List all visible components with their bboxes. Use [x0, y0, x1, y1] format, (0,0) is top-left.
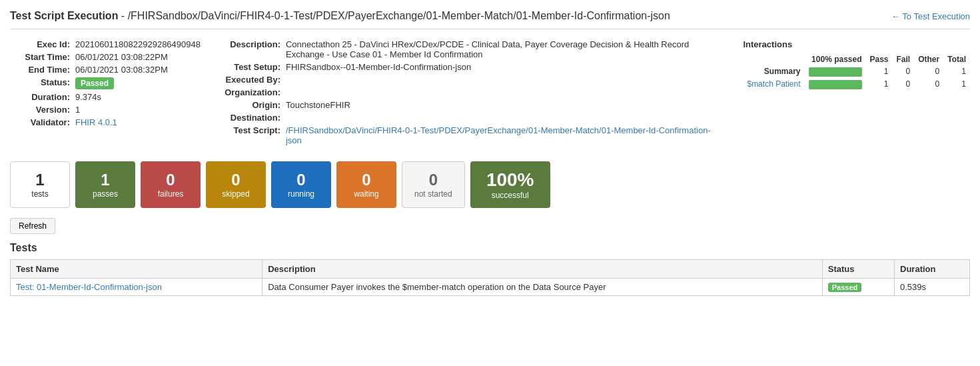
interactions-cell-total: 1	[943, 78, 970, 91]
test-setup-value: FHIRSandbox--01-Member-Id-Confirmation-j…	[286, 62, 471, 72]
col-pass: Pass	[866, 53, 893, 65]
interactions-section: Interactions 100% passed Pass Fail Other…	[743, 39, 970, 148]
page-header: Test Script Execution - /FHIRSandbox/DaV…	[10, 10, 970, 29]
version-row: Version: 1	[10, 105, 201, 115]
success-pct: 100%	[486, 169, 534, 191]
interactions-cell-total: 1	[943, 65, 970, 78]
interactions-cell-other: 0	[914, 78, 943, 91]
col-fail: Fail	[893, 53, 915, 65]
interactions-row-link[interactable]: $match Patient	[747, 79, 800, 89]
duration-row: Duration: 9.374s	[10, 92, 201, 102]
test-script-row: Test Script: /FHIRSandbox/DaVinci/FHIR4-…	[221, 125, 723, 145]
end-time-row: End Time: 06/01/2021 03:08:32PM	[10, 65, 201, 75]
failures-label: failures	[158, 189, 184, 199]
refresh-button[interactable]: Refresh	[10, 218, 55, 234]
version-value: 1	[75, 105, 80, 115]
waiting-count: 0	[362, 171, 370, 189]
not-started-label: not started	[414, 189, 452, 199]
stat-waiting: 0 waiting	[336, 161, 396, 208]
validator-label: Validator:	[10, 117, 70, 127]
stat-tests: 1 tests	[10, 161, 70, 208]
start-time-label: Start Time:	[10, 52, 70, 62]
exec-id-label: Exec Id:	[10, 39, 70, 49]
status-badge: Passed	[75, 77, 114, 89]
interactions-cell-fail: 0	[893, 78, 915, 91]
interactions-table: 100% passed Pass Fail Other Total Summar…	[743, 53, 970, 91]
col-duration: Duration	[895, 260, 970, 279]
col-test-name: Test Name	[11, 260, 262, 279]
exec-id-value: 20210601180822929286490948	[75, 39, 201, 49]
test-script-label: Test Script:	[221, 125, 280, 145]
passes-label: passes	[93, 189, 118, 199]
status-label: Status:	[10, 77, 70, 89]
back-link[interactable]: To Test Execution	[891, 11, 970, 21]
destination-row: Destination:	[221, 113, 723, 123]
version-label: Version:	[10, 105, 70, 115]
origin-value: TouchstoneFHIR	[286, 100, 350, 110]
col-status: Status	[822, 260, 894, 279]
failures-count: 0	[166, 171, 175, 189]
start-time-row: Start Time: 06/01/2021 03:08:22PM	[10, 52, 201, 62]
start-time-value: 06/01/2021 03:08:22PM	[75, 52, 168, 62]
destination-label: Destination:	[221, 113, 280, 123]
col-passed: 100% passed	[805, 53, 866, 65]
test-name-link[interactable]: Test: 01-Member-Id-Confirmation-json	[16, 282, 162, 292]
meta-center: Description: Connectathon 25 - DaVinci H…	[221, 39, 723, 148]
page-title: Test Script Execution - /FHIRSandbox/DaV…	[10, 10, 670, 22]
interactions-cell-pass: 1	[866, 78, 893, 91]
interactions-title: Interactions	[743, 39, 970, 49]
origin-label: Origin:	[221, 100, 280, 110]
interactions-cell-other: 0	[914, 65, 943, 78]
tests-heading: Tests	[10, 242, 970, 254]
description-label: Description:	[221, 39, 280, 59]
validator-link[interactable]: FHIR 4.0.1	[75, 117, 117, 127]
test-setup-row: Test Setup: FHIRSandbox--01-Member-Id-Co…	[221, 62, 723, 72]
tests-table-header-row: Test Name Description Status Duration	[11, 260, 970, 279]
tests-table: Test Name Description Status Duration Te…	[10, 259, 970, 296]
not-started-count: 0	[429, 171, 438, 189]
meta-left: Exec Id: 20210601180822929286490948 Star…	[10, 39, 201, 148]
organization-label: Organization:	[221, 87, 280, 97]
col-other: Other	[914, 53, 943, 65]
status-badge-text: Passed	[75, 77, 114, 89]
tests-label: tests	[31, 189, 48, 199]
passes-count: 1	[101, 171, 109, 189]
tests-count: 1	[35, 171, 44, 189]
end-time-value: 06/01/2021 03:08:32PM	[75, 65, 168, 75]
stat-failures: 0 failures	[141, 161, 201, 208]
test-script-link[interactable]: /FHIRSandbox/DaVinci/FHIR4-0-1-Test/PDEX…	[286, 125, 711, 145]
title-main: Test Script Execution	[10, 10, 118, 21]
stat-running: 0 running	[271, 161, 331, 208]
stat-skipped: 0 skipped	[206, 161, 266, 208]
interactions-row: $match Patient1001	[743, 78, 970, 91]
title-path: - /FHIRSandbox/DaVinci/FHIR4-0-1-Test/PD…	[121, 10, 670, 21]
waiting-label: waiting	[354, 189, 378, 199]
test-duration: 0.539s	[895, 279, 970, 296]
exec-id-row: Exec Id: 20210601180822929286490948	[10, 39, 201, 49]
executed-by-label: Executed By:	[221, 75, 280, 85]
stat-not-started: 0 not started	[402, 161, 465, 208]
validator-row: Validator: FHIR 4.0.1	[10, 117, 201, 127]
interactions-row: Summary1001	[743, 65, 970, 78]
interactions-cell-pass: 1	[866, 65, 893, 78]
description-row: Description: Connectathon 25 - DaVinci H…	[221, 39, 723, 59]
table-row: Test: 01-Member-Id-Confirmation-jsonData…	[11, 279, 970, 296]
skipped-count: 0	[231, 171, 240, 189]
running-label: running	[288, 189, 314, 199]
status-row: Status: Passed	[10, 77, 201, 89]
test-description: Data Consumer Payer invokes the $member-…	[262, 279, 823, 296]
col-total: Total	[943, 53, 970, 65]
test-setup-label: Test Setup:	[221, 62, 280, 72]
origin-row: Origin: TouchstoneFHIR	[221, 100, 723, 110]
organization-row: Organization:	[221, 87, 723, 97]
test-status-badge: Passed	[828, 283, 862, 292]
meta-section: Exec Id: 20210601180822929286490948 Star…	[10, 39, 970, 148]
end-time-label: End Time:	[10, 65, 70, 75]
duration-label: Duration:	[10, 92, 70, 102]
description-value: Connectathon 25 - DaVinci HRex/CDex/PCDE…	[286, 39, 723, 59]
stat-passes: 1 passes	[75, 161, 135, 208]
stats-row: 1 tests 1 passes 0 failures 0 skipped 0 …	[10, 161, 970, 208]
interactions-cell-fail: 0	[893, 65, 915, 78]
duration-value: 9.374s	[75, 92, 101, 102]
skipped-label: skipped	[222, 189, 249, 199]
